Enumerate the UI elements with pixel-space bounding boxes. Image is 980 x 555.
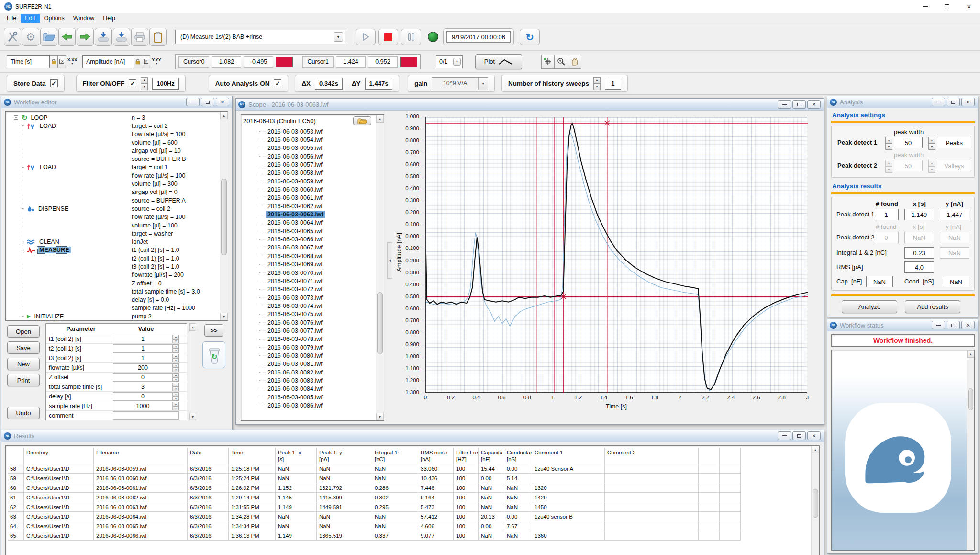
panel-close-button[interactable]: ✕ (961, 98, 975, 106)
results-column-header[interactable] (699, 448, 720, 464)
scrollbar-thumb[interactable] (813, 489, 818, 518)
filter-stepper[interactable]: ▲▼ (141, 77, 148, 90)
auto-analysis-checkbox[interactable]: ✓ (274, 79, 281, 87)
pan-tool-button[interactable] (568, 55, 581, 69)
analyze-button[interactable]: Analyze (842, 300, 897, 313)
file-item[interactable]: 2016-06-03-0076.iwf (243, 318, 373, 327)
peak1-width-stepper[interactable]: ▲▼ (885, 137, 892, 150)
file-item[interactable]: 2016-06-03-0055.iwf (243, 144, 373, 152)
menu-edit[interactable]: Edit (21, 14, 40, 23)
play-button[interactable] (356, 29, 376, 45)
cursor1-color-swatch[interactable] (400, 57, 417, 67)
results-column-header[interactable]: Integral 1:[nC] (372, 448, 418, 464)
parameter-value-input[interactable]: 1000 (113, 402, 173, 410)
y-autoscale-button[interactable]: Y (142, 55, 150, 68)
maximize-button[interactable] (936, 0, 958, 13)
history-sweeps-value[interactable]: 1 (605, 78, 621, 90)
expand-button[interactable]: >> (204, 324, 223, 337)
file-item[interactable]: 2016-06-03-0072.iwf (243, 285, 373, 294)
scrollbar-thumb[interactable] (377, 292, 383, 354)
print-toolbar-button[interactable] (131, 28, 148, 46)
new-button[interactable]: New (7, 358, 40, 370)
menu-options[interactable]: Options (40, 14, 69, 23)
results-column-header[interactable]: Conductanc[nS] (504, 448, 532, 464)
parameter-stepper[interactable]: ▲▼ (173, 354, 179, 362)
peak1-mode-stepper[interactable]: ▲▼ (928, 137, 935, 150)
file-item[interactable]: 2016-06-03-0069.iwf (243, 261, 373, 269)
parameter-value-input[interactable] (113, 411, 179, 420)
x-format-menu[interactable]: X.XX▼ (66, 58, 78, 65)
workflow-status-titlebar[interactable]: N1 Workflow status ✕ (827, 319, 978, 331)
x-autoscale-button[interactable]: X (58, 55, 66, 68)
workflow-editor-titlebar[interactable]: N1 Workflow editor ✕ (1, 96, 232, 108)
file-item[interactable]: 2016-06-03-0054.iwf (243, 136, 373, 144)
save-button[interactable]: Save (7, 341, 40, 354)
panel-close-button[interactable]: ✕ (961, 321, 975, 329)
panel-maximize-button[interactable] (947, 98, 960, 106)
file-list-scrollbar[interactable]: ▲ ▼ (376, 115, 384, 420)
file-item[interactable]: 2016-06-03-0065.iwf (243, 227, 373, 235)
refresh-button[interactable]: ↻ (520, 29, 540, 45)
import-button[interactable] (95, 28, 112, 46)
table-row[interactable]: 64C:\Users\User1\D2016-06-03-0065.iwf6/3… (8, 521, 741, 531)
file-item[interactable]: 2016-06-03-0073.iwf (243, 294, 373, 302)
peak2-mode-stepper[interactable]: ▲▼ (928, 160, 935, 173)
filter-frequency-value[interactable]: 100Hz (152, 78, 179, 90)
table-row[interactable]: 65C:\Users\User1\D2016-06-03-0066.iwf6/3… (8, 531, 741, 541)
menu-help[interactable]: Help (99, 14, 120, 23)
forward-button[interactable] (77, 28, 94, 46)
scroll-up-icon[interactable]: ▲ (220, 112, 228, 119)
tree-node-load[interactable]: LOAD (7, 164, 57, 170)
tree-node-clean[interactable]: CLEAN (7, 238, 61, 245)
file-item[interactable]: 2016-06-03-0062.iwf (243, 202, 373, 210)
results-column-header[interactable]: Filename (94, 448, 188, 464)
file-item[interactable]: 2016-06-03-0077.iwf (243, 327, 373, 335)
parameter-table-scrollbar[interactable]: ▲ ▼ (189, 323, 196, 420)
scrollbar-thumb[interactable] (221, 179, 227, 255)
chevron-down-icon[interactable]: ▼ (453, 58, 461, 66)
results-column-header[interactable]: RMS noise[pA] (418, 448, 454, 464)
plot-button[interactable]: Plot (475, 54, 522, 69)
peak1-width-value[interactable]: 50 (894, 137, 923, 148)
panel-maximize-button[interactable] (792, 100, 806, 109)
panel-close-button[interactable]: ✕ (807, 100, 821, 109)
parameter-value-input[interactable]: 0 (113, 373, 173, 382)
parameter-value-input[interactable]: 1 (113, 344, 173, 353)
file-item[interactable]: 2016-06-03-0063.iwf (243, 210, 373, 218)
panel-minimize-button[interactable] (778, 431, 791, 440)
file-item[interactable]: 2016-06-03-0071.iwf (243, 277, 373, 285)
gain-select[interactable]: 10^9 V/A ▼ (432, 77, 488, 90)
peak2-mode-value[interactable]: Valleys (937, 160, 971, 171)
file-item[interactable]: 2016-06-03-0058.iwf (243, 169, 373, 177)
close-button[interactable]: × (958, 0, 980, 13)
panel-minimize-button[interactable] (932, 321, 945, 329)
file-item[interactable]: 2016-06-03-0059.iwf (243, 177, 373, 185)
file-item[interactable]: 2016-06-03-0078.iwf (243, 335, 373, 343)
file-item[interactable]: 2016-06-03-0083.iwf (243, 376, 373, 385)
results-titlebar[interactable]: N1 Results ✕ (1, 430, 824, 442)
cursor-index-select[interactable]: 0/1 ▼ (436, 55, 463, 68)
file-item[interactable]: 2016-06-03-0084.iwf (243, 385, 373, 393)
menu-file[interactable]: File (2, 14, 21, 23)
results-column-header[interactable] (720, 448, 741, 464)
parameter-value-input[interactable]: 0 (113, 392, 173, 401)
y-axis-name-input[interactable]: Amplitude [nA] (82, 55, 134, 68)
parameter-stepper[interactable]: ▲▼ (173, 363, 179, 372)
file-item[interactable]: 2016-06-03-0060.iwf (243, 185, 373, 193)
print-button[interactable]: Print (7, 374, 40, 386)
results-column-header[interactable]: Capacita[nF] (479, 448, 504, 464)
file-item[interactable]: 2016-06-03-0079.iwf (243, 343, 373, 351)
panel-maximize-button[interactable] (201, 98, 214, 106)
results-column-header[interactable]: Peak 1: x[s] (276, 448, 317, 464)
parameter-value-input[interactable]: 3 (113, 383, 173, 391)
panel-minimize-button[interactable] (932, 98, 945, 106)
plot-area[interactable] (425, 117, 807, 393)
peak2-width-stepper[interactable]: ▲▼ (885, 160, 892, 173)
file-item[interactable]: 2016-06-03-0085.iwf (243, 393, 373, 401)
tree-node-loop[interactable]: −↻LOOP (7, 114, 49, 121)
x-axis-name-input[interactable]: Time [s] (7, 55, 50, 68)
history-sweeps-stepper[interactable]: ▲▼ (593, 77, 601, 90)
menu-window[interactable]: Window (69, 14, 99, 23)
results-column-header[interactable]: Directory (24, 448, 94, 464)
parameter-stepper[interactable]: ▲▼ (173, 392, 179, 401)
